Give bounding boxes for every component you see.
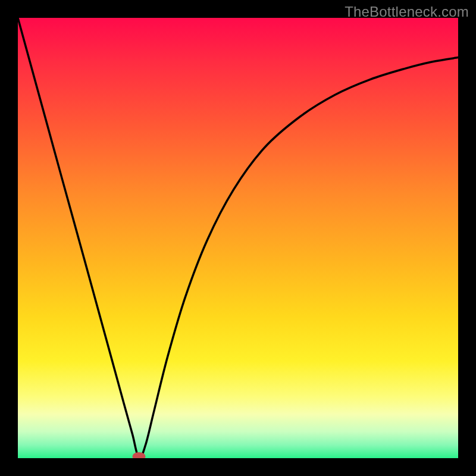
bottleneck-curve	[18, 18, 458, 458]
plot-area	[18, 18, 458, 458]
curve-layer	[18, 18, 458, 458]
chart-container: TheBottleneck.com	[0, 0, 476, 476]
minimum-marker	[133, 452, 146, 458]
watermark-label: TheBottleneck.com	[345, 4, 469, 20]
